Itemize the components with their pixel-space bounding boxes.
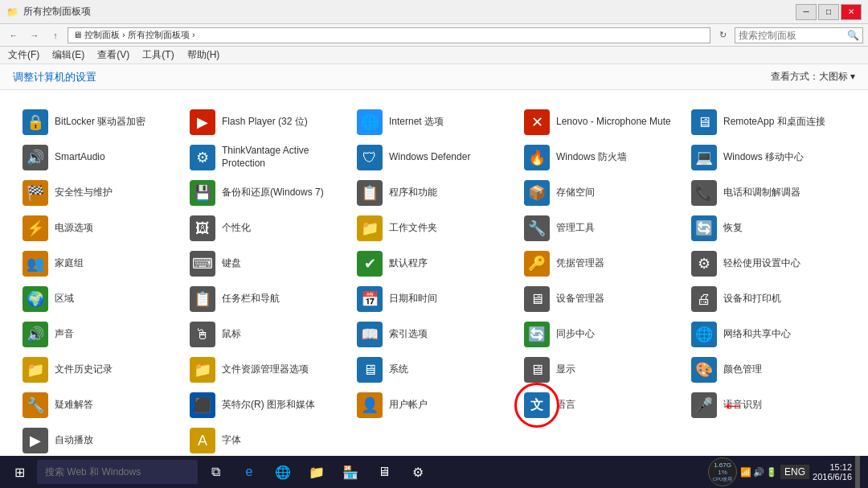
menu-view[interactable]: 查看(V) [94,48,133,62]
cp-item-recovery[interactable]: 🔄恢复 [685,211,852,246]
cp-item-mouse[interactable]: 🖱鼠标 [183,317,350,352]
cp-item-troubleshoot[interactable]: 🔧疑难解答 [16,388,183,423]
cp-item-lenovo-mic[interactable]: ✕Lenovo - Microphone Mute [518,105,685,140]
cp-item-winmobile[interactable]: 💻Windows 移动中心 [685,140,852,175]
search-input[interactable] [739,30,847,41]
cp-item-devmgr[interactable]: 🖥设备管理器 [518,281,685,317]
network-label: 网络和共享中心 [723,328,791,341]
minimize-button[interactable]: ─ [796,4,817,20]
cp-item-workfolder[interactable]: 📁工作文件夹 [350,211,518,246]
bitlocker-label: BitLocker 驱动器加密 [55,116,145,129]
menu-tools[interactable]: 工具(T) [139,48,177,62]
cp-item-taskbar[interactable]: 📋任务栏和导航 [183,281,350,317]
cp-item-language[interactable]: 文语言← [518,388,685,423]
menu-file[interactable]: 文件(F) [5,48,43,62]
workfolder-label: 工作文件夹 [389,222,437,235]
cp-item-fonts[interactable]: A字体 [183,423,350,456]
cp-item-credmgr[interactable]: 🔑凭据管理器 [518,246,685,281]
task2-button[interactable]: ⚙ [402,456,434,488]
devmgr-icon: 🖥 [524,286,550,312]
cp-item-security[interactable]: 🏁安全性与维护 [16,175,183,211]
programs-icon: 📋 [357,180,383,206]
store-button[interactable]: 🏪 [334,456,366,488]
cp-item-sound[interactable]: 🔊声音 [16,317,183,352]
cp-item-fileexplorer[interactable]: 📁文件资源管理器选项 [183,352,350,388]
cp-item-power[interactable]: ⚡电源选项 [16,211,183,246]
explorer-button[interactable]: 📁 [301,456,333,488]
cpu-widget: 1.67G 1% CPU使用 [708,457,737,486]
sys-tray: 📶 🔊 🔋 [740,467,777,478]
start-button[interactable]: ⊞ [3,456,35,488]
thinkvantage-label: ThinkVantage Active Protection [222,145,344,170]
ie-button[interactable]: e [233,456,265,488]
programs-label: 程序和功能 [389,187,437,199]
cp-item-autoplay[interactable]: ▶自动播放 [16,423,183,456]
cp-item-index[interactable]: 📖索引选项 [350,317,518,352]
forward-button[interactable]: → [26,27,43,43]
cp-item-winfirewall[interactable]: 🔥Windows 防火墙 [518,140,685,175]
cp-item-thinkvantage[interactable]: ⚙ThinkVantage Active Protection [183,140,350,175]
defaults-icon: ✔ [357,251,383,277]
maximize-button[interactable]: □ [818,4,839,20]
cp-item-devprint[interactable]: 🖨设备和打印机 [685,281,852,317]
cp-item-mgmttools[interactable]: 🔧管理工具 [518,211,685,246]
storage-icon: 📦 [524,180,550,206]
cp-item-homegroup[interactable]: 👥家庭组 [16,246,183,281]
address-input[interactable]: 🖥 控制面板 › 所有控制面板项 › [68,27,710,43]
refresh-button[interactable]: ↻ [714,27,731,43]
task1-button[interactable]: 🖥 [368,456,400,488]
synccenter-icon: 🔄 [524,322,550,347]
cp-item-smartaudio[interactable]: 🔊SmartAudio [16,140,183,175]
cp-item-useraccount[interactable]: 👤用户帐户 [350,388,518,423]
mgmttools-icon: 🔧 [524,215,550,241]
search-box[interactable]: 🔍 [735,27,863,43]
menu-help[interactable]: 帮助(H) [184,48,223,62]
view-selector[interactable]: 查看方式：大图标 ▾ [771,70,855,84]
taskbar-label: 任务栏和导航 [222,293,280,306]
cp-item-programs[interactable]: 📋程序和功能 [350,175,518,211]
cp-item-speechrecog[interactable]: 🎤语音识别 [685,388,852,423]
taskview-button[interactable]: ⧉ [199,456,231,488]
close-button[interactable]: ✕ [841,4,862,20]
cp-item-color[interactable]: 🎨颜色管理 [685,352,852,388]
color-icon: 🎨 [691,357,717,383]
cp-item-backup[interactable]: 💾备份和还原(Windows 7) [183,175,350,211]
cp-item-datetime[interactable]: 📅日期和时间 [350,281,518,317]
cp-item-remoteapp[interactable]: 🖥RemoteApp 和桌面连接 [685,105,852,140]
time-display: 15:12 [813,462,852,472]
cp-item-synccenter[interactable]: 🔄同步中心 [518,317,685,352]
menu-edit[interactable]: 编辑(E) [49,48,88,62]
language-indicator[interactable]: ENG [780,465,809,479]
cp-item-windefender[interactable]: 🛡Windows Defender [350,140,518,175]
show-desktop-button[interactable] [855,456,860,488]
cp-item-display[interactable]: 🖥显示 [518,352,685,388]
cp-item-system[interactable]: 🖥系统 [350,352,518,388]
back-button[interactable]: ← [5,27,23,43]
backup-label: 备份和还原(Windows 7) [222,187,324,199]
up-button[interactable]: ↑ [47,27,64,43]
cp-item-storage[interactable]: 📦存储空间 [518,175,685,211]
cpu-text: CPU使用 [713,476,733,483]
filehistory-icon: 📁 [23,357,48,383]
cp-item-flash[interactable]: ▶Flash Player (32 位) [183,105,350,140]
devprint-icon: 🖨 [691,286,717,312]
cp-item-defaults[interactable]: ✔默认程序 [350,246,518,281]
index-label: 索引选项 [389,328,428,341]
cp-item-ease[interactable]: ⚙轻松使用设置中心 [685,246,852,281]
cp-item-intel[interactable]: ⬛英特尔(R) 图形和媒体 [183,388,350,423]
cp-item-keyboard[interactable]: ⌨键盘 [183,246,350,281]
personalize-icon: 🖼 [190,215,215,241]
taskbar-search[interactable] [37,460,198,484]
cp-item-phone[interactable]: 📞电话和调制解调器 [685,175,852,211]
cp-item-filehistory[interactable]: 📁文件历史记录 [16,352,183,388]
cp-item-network[interactable]: 🌐网络和共享中心 [685,317,852,352]
taskbar-icon: 📋 [190,286,215,312]
network-tray-icon: 📶 [740,467,751,478]
cp-item-bitlocker[interactable]: 🔒BitLocker 驱动器加密 [16,105,183,140]
cp-item-personalize[interactable]: 🖼个性化 [183,211,350,246]
chrome-button[interactable]: 🌐 [267,456,299,488]
cp-item-internet[interactable]: 🌐Internet 选项 [350,105,518,140]
cp-item-region[interactable]: 🌍区域 [16,281,183,317]
taskbar-clock: 15:12 2016/6/16 [813,462,852,482]
sound-tray-icon: 🔊 [753,467,764,478]
